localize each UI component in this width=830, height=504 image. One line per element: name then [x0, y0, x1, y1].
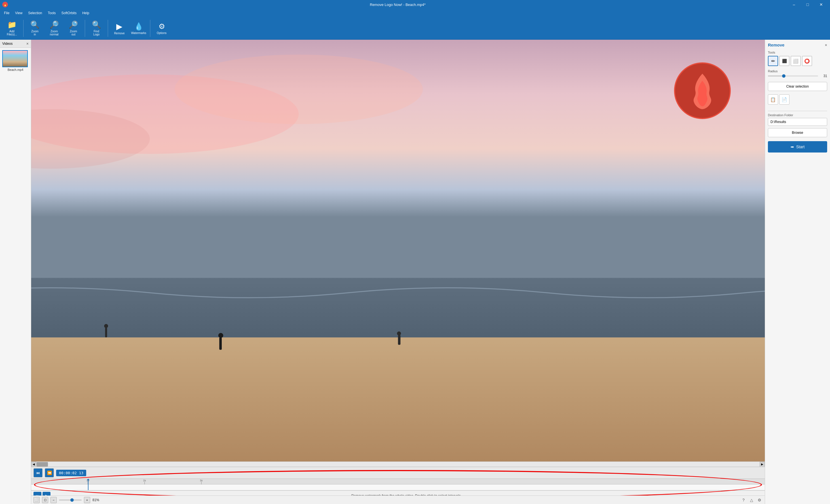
tools-row: ✏ ⬛ ⬜ ⭕ — [768, 56, 827, 66]
destination-input[interactable] — [768, 118, 827, 126]
settings-status-icon[interactable]: ⚙ — [756, 497, 763, 503]
paste-frame-button[interactable]: 📄 — [779, 94, 790, 105]
scroll-track[interactable] — [36, 462, 760, 467]
title-bar: 🔥 Remove Logo Now! - Beach.mp4* – □ ✕ — [0, 0, 830, 9]
videos-panel: Videos × Beach.mp4 — [0, 40, 31, 504]
timeline-track[interactable]: 1s 2s 3s — [31, 479, 765, 491]
timeline-playhead[interactable] — [88, 479, 89, 490]
minimize-button[interactable]: – — [788, 0, 800, 9]
start-button[interactable]: ➡ Start — [768, 141, 827, 153]
status-bar-right: ? △ ⚙ — [740, 497, 763, 503]
toolbar-options[interactable]: ⚙ Options — [153, 19, 171, 38]
goto-end-button[interactable]: ⏭ — [33, 492, 41, 496]
video-canvas[interactable]: ◀ ▶ ⏮ ⏪ 00:00:02 13 — [31, 40, 765, 496]
flame-svg — [685, 71, 720, 110]
goto-start-button[interactable]: ⏮ — [33, 468, 42, 477]
zoom-level-display: 81% — [92, 498, 99, 502]
ruler-svg: 1s 2s 3s — [31, 479, 765, 484]
menu-view[interactable]: View — [12, 10, 25, 16]
timeline-info-text: Remove watermark from the whole video. D… — [51, 494, 763, 496]
status-btn-1[interactable]: ⬜ — [33, 497, 40, 503]
svg-rect-6 — [105, 327, 107, 337]
radius-row: 31 — [768, 74, 827, 78]
toolbar-separator-4 — [150, 20, 150, 37]
menu-tools[interactable]: Tools — [45, 10, 59, 16]
svg-text:3s: 3s — [200, 479, 203, 482]
svg-point-11 — [397, 331, 401, 335]
tools-section-label: Tools — [768, 51, 827, 54]
zoom-slider-thumb[interactable] — [70, 498, 74, 502]
svg-point-7 — [104, 324, 108, 328]
radius-thumb[interactable] — [782, 74, 786, 78]
menu-softorbits[interactable]: SoftOrbits — [59, 10, 79, 16]
browse-button[interactable]: Browse — [768, 128, 827, 137]
arrow-up-icon[interactable]: △ — [748, 497, 755, 503]
timeline-controls: ⏮ ⏪ 00:00:02 13 — [31, 467, 765, 479]
status-btn-2[interactable]: ◻ — [42, 497, 48, 503]
beach-scene-svg — [31, 40, 765, 462]
content-area: ◀ ▶ ⏮ ⏪ 00:00:02 13 — [31, 40, 830, 504]
beach-image — [31, 40, 765, 462]
toolbar-add-files[interactable]: 📁 Add File(s)... — [3, 19, 21, 38]
toolbar-zoom-normal[interactable]: 🔎 Zoomnormal — [45, 19, 63, 38]
scroll-right-arrow[interactable]: ▶ — [760, 462, 765, 467]
scroll-thumb[interactable] — [37, 462, 48, 467]
videos-panel-close[interactable]: × — [26, 41, 29, 46]
timeline-area: ⏮ ⏪ 00:00:02 13 1s — [31, 467, 765, 496]
zoom-out-icon: 🔍 — [69, 21, 78, 29]
toolbar-watermarks[interactable]: 💧 Watermarks — [130, 19, 148, 38]
destination-label: Destination Folder — [768, 113, 827, 117]
toolbar-find-logo[interactable]: 🔍 FindLogo — [87, 19, 105, 38]
clear-selection-button[interactable]: Clear selection — [768, 82, 827, 91]
logo-watermark — [674, 62, 731, 119]
copy-frame-button[interactable]: 📋 — [768, 94, 778, 105]
menu-help[interactable]: Help — [79, 10, 92, 16]
timeline-ruler: 1s 2s 3s — [31, 479, 765, 484]
radius-fill — [768, 75, 783, 76]
videos-panel-header: Videos × — [0, 40, 31, 48]
menu-selection[interactable]: Selection — [25, 10, 45, 16]
radius-slider[interactable] — [768, 75, 818, 76]
toolbar-zoom-out[interactable]: 🔍 Zoomout — [64, 19, 83, 38]
play-button[interactable]: ▶ — [42, 492, 51, 496]
menu-file[interactable]: File — [1, 10, 12, 16]
logo-circle — [674, 62, 731, 119]
remove-icon: ▶ — [116, 22, 123, 31]
zoom-in-status-btn[interactable]: + — [84, 497, 90, 503]
divider-1 — [768, 111, 827, 111]
watermarks-icon: 💧 — [134, 22, 143, 31]
zoom-slider-track[interactable] — [59, 500, 82, 501]
eraser-tool-button[interactable]: ⬛ — [779, 56, 790, 66]
svg-rect-8 — [219, 337, 222, 350]
ellipse-tool-button[interactable]: ⭕ — [802, 56, 812, 66]
right-panel-close[interactable]: × — [825, 43, 827, 47]
horizontal-scrollbar[interactable]: ◀ ▶ — [31, 462, 765, 467]
toolbar-separator-2 — [85, 20, 85, 37]
zoom-normal-icon: 🔎 — [50, 21, 59, 29]
timeline-bottom: ⏭ ▶ Remove watermark from the whole vide… — [31, 491, 765, 496]
status-bar: ⬜ ◻ − + 81% ? △ ⚙ — [31, 496, 765, 504]
toolbar-separator-3 — [108, 20, 108, 37]
add-files-icon: 📁 — [7, 21, 17, 29]
help-icon[interactable]: ? — [740, 497, 747, 503]
svg-rect-10 — [398, 335, 401, 345]
left-video-area: ◀ ▶ ⏮ ⏪ 00:00:02 13 — [31, 40, 765, 504]
menu-bar: File View Selection Tools SoftOrbits Hel… — [0, 9, 830, 17]
video-thumbnail-beach[interactable]: Beach.mp4 — [2, 50, 29, 71]
step-back-button[interactable]: ⏪ — [45, 468, 54, 477]
maximize-button[interactable]: □ — [801, 0, 814, 9]
beach-scene — [31, 40, 765, 462]
start-label: Start — [796, 144, 805, 149]
close-button[interactable]: ✕ — [815, 0, 828, 9]
brush-tool-button[interactable]: ✏ — [768, 56, 778, 66]
scroll-left-arrow[interactable]: ◀ — [31, 462, 36, 467]
zoom-out-status-btn[interactable]: − — [51, 497, 57, 503]
app-icon: 🔥 — [2, 2, 8, 7]
svg-text:2s: 2s — [143, 479, 146, 482]
toolbar-remove[interactable]: ▶ Remove — [110, 19, 128, 38]
right-panel: Remove × Tools ✏ ⬛ ⬜ ⭕ Radius 31 Clear s… — [765, 40, 830, 504]
toolbar-zoom-in[interactable]: 🔍 Zoomin — [26, 19, 44, 38]
rect-tool-button[interactable]: ⬜ — [791, 56, 801, 66]
window-title: Remove Logo Now! - Beach.mp4* — [8, 3, 788, 7]
radius-label: Radius — [768, 69, 827, 73]
